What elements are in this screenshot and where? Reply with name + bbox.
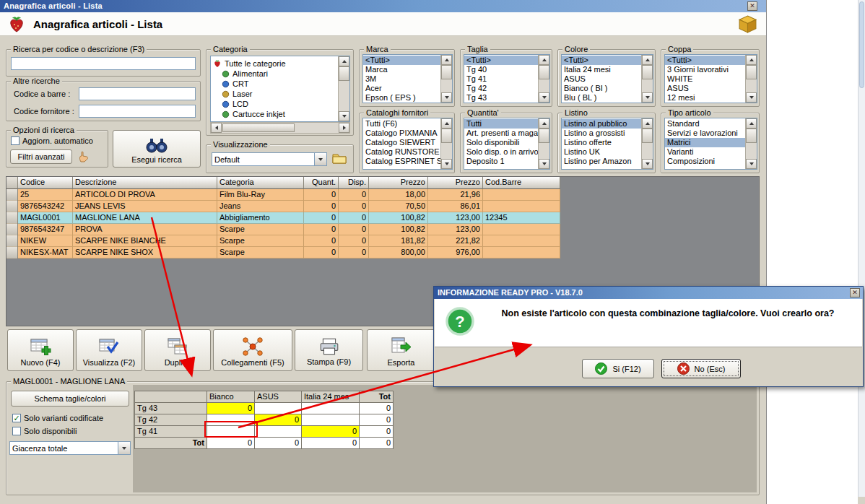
category-hscrollbar[interactable] <box>210 122 350 134</box>
row-selector[interactable] <box>6 201 18 212</box>
auto-update-checkbox-box[interactable] <box>11 136 19 145</box>
quantity-option[interactable]: Tutti <box>464 119 538 129</box>
scrollbar-thumb[interactable] <box>746 65 757 79</box>
size-option[interactable]: Tg 41 <box>464 74 538 84</box>
scroll-up-icon[interactable] <box>539 55 549 65</box>
scrollbar-thumb[interactable] <box>222 123 295 132</box>
solo-varianti-checkbox-box[interactable]: ✓ <box>12 414 21 422</box>
catalog-option[interactable]: Tutti (F6) <box>363 119 440 129</box>
coppa-scrollbar[interactable] <box>745 55 757 103</box>
coppa-option[interactable]: ASUS <box>665 84 745 93</box>
article-type-option[interactable]: Servizi e lavorazioni <box>665 129 745 138</box>
scroll-right-icon[interactable] <box>339 123 349 133</box>
brand-option[interactable]: 3M <box>363 74 440 84</box>
quantity-listbox[interactable]: Tutti Art. presenti a maga Solo disponib… <box>464 118 550 170</box>
row-selector[interactable] <box>6 235 18 247</box>
scroll-down-icon[interactable] <box>441 92 452 103</box>
scrollbar-thumb[interactable] <box>859 1 864 88</box>
giacenza-dropdown[interactable]: Giacenza totale <box>9 441 131 455</box>
view-dropdown[interactable]: Default <box>212 152 327 166</box>
pricelist-option[interactable]: Listino a grossisti <box>562 129 641 138</box>
col-disp[interactable]: Disp. <box>339 177 369 189</box>
row-selector[interactable] <box>6 224 18 235</box>
col-prezzo-2[interactable]: Prezzo <box>428 177 483 189</box>
col-codice[interactable]: Codice <box>18 177 73 189</box>
pricelist-option[interactable]: Listino per Amazon <box>562 157 641 166</box>
color-listbox[interactable]: <Tutti> Italia 24 mesi ASUS Bianco ( BI … <box>561 54 653 103</box>
category-item[interactable]: LCD <box>222 99 248 109</box>
chevron-down-icon[interactable] <box>118 442 130 454</box>
folder-icon[interactable] <box>331 152 347 165</box>
size-option[interactable]: Tg 42 <box>464 84 538 93</box>
auto-update-checkbox[interactable]: Aggiorn. automatico <box>11 136 93 145</box>
col-quant[interactable]: Quant. <box>304 177 339 189</box>
brand-option[interactable]: Acer <box>363 84 440 93</box>
color-option[interactable]: <Tutti> <box>562 56 641 65</box>
row-selector[interactable] <box>6 247 18 258</box>
page-scrollbar[interactable] <box>858 0 865 504</box>
matrix-cell[interactable]: 0 <box>207 403 255 414</box>
matrix-cell[interactable]: 0 <box>302 426 360 438</box>
pricelist-option[interactable]: Listino al pubblico <box>562 119 641 129</box>
new-button[interactable]: Nuovo (F4) <box>7 329 74 371</box>
table-row[interactable]: NIKESX-MAT SCARPE NIKE SHOX Scarpe 0 0 8… <box>6 247 759 258</box>
category-item[interactable]: Alimentari <box>222 69 268 79</box>
brand-option[interactable]: Epson ( EPS ) <box>363 93 440 103</box>
scroll-up-icon[interactable] <box>441 55 452 65</box>
catalog-option[interactable]: Catalogo SIEWERT <box>363 138 440 147</box>
catalog-option[interactable]: Catalog ESPRINET SPA <box>363 157 440 166</box>
coppa-option[interactable]: <Tutti> <box>665 56 745 65</box>
scroll-down-icon[interactable] <box>539 159 549 169</box>
scroll-down-icon[interactable] <box>642 159 653 169</box>
category-item[interactable]: Cartucce inkjet <box>222 109 285 119</box>
col-categoria[interactable]: Categoria <box>217 177 304 189</box>
scrollbar-thumb[interactable] <box>642 129 653 143</box>
category-vscrollbar[interactable] <box>338 56 349 121</box>
size-option[interactable]: Tg 43 <box>464 93 538 103</box>
coppa-listbox[interactable]: <Tutti> 3 Giorni lavorativi WHITE ASUS 1… <box>664 54 757 103</box>
coppa-option[interactable]: 12 mesi <box>665 93 745 103</box>
pricelist-option[interactable]: Listino UK <box>562 147 641 157</box>
export-button[interactable]: Esporta <box>367 329 435 371</box>
article-type-scrollbar[interactable] <box>745 118 757 169</box>
scroll-down-icon[interactable] <box>441 159 452 169</box>
brand-option[interactable]: <Tutti> <box>363 56 440 65</box>
table-row[interactable]: NIKEW SCARPE NIKE BIANCHE Scarpe 0 0 181… <box>6 235 759 247</box>
brand-scrollbar[interactable] <box>440 55 452 103</box>
supplier-catalogs-scrollbar[interactable] <box>440 118 452 169</box>
pricelist-listbox[interactable]: Listino al pubblico Listino a grossisti … <box>561 118 653 170</box>
catalog-option[interactable]: Catalog RUNSTORE <box>363 147 440 157</box>
quantity-option[interactable]: Solo disp. o in arrivo <box>464 147 538 157</box>
schema-taglie-colori-button[interactable]: Schema taglie/colori <box>11 391 129 407</box>
color-option[interactable]: ASUS <box>562 74 641 84</box>
table-row[interactable]: 9876543242 JEANS LEVIS Jeans 0 0 70,50 8… <box>6 201 759 212</box>
row-selector[interactable] <box>6 189 18 201</box>
article-type-listbox[interactable]: Standard Servizi e lavorazioni Matrici V… <box>664 118 757 170</box>
color-option[interactable]: Italia 24 mesi <box>562 65 641 74</box>
scroll-down-icon[interactable] <box>642 92 653 103</box>
search-input[interactable] <box>11 57 196 70</box>
scrollbar-thumb[interactable] <box>746 129 757 143</box>
article-type-option[interactable]: Composizioni <box>665 157 745 166</box>
pricelist-option[interactable]: Listino offerte <box>562 138 641 147</box>
coppa-option[interactable]: WHITE <box>665 74 745 84</box>
quantity-option[interactable]: Solo disponibili <box>464 138 538 147</box>
view-button[interactable]: Visualizza (F2) <box>76 329 142 371</box>
window-titlebar[interactable]: Anagrafica articoli - Lista ✕ <box>0 0 766 12</box>
scroll-up-icon[interactable] <box>339 56 349 66</box>
matrix-cell[interactable] <box>255 426 302 438</box>
solo-disponibili-checkbox[interactable]: Solo disponibili <box>12 427 77 435</box>
table-row-selected[interactable]: MAGL0001 MAGLIONE LANA Abbigliamento 0 0… <box>6 212 759 224</box>
size-listbox[interactable]: <Tutti> Tg 40 Tg 41 Tg 42 Tg 43 <box>464 54 550 103</box>
hand-icon[interactable] <box>77 150 90 163</box>
col-codbarre[interactable]: Cod.Barre <box>483 177 560 189</box>
scroll-up-icon[interactable] <box>642 118 653 129</box>
coppa-option[interactable]: 3 Giorni lavorativi <box>665 65 745 74</box>
article-type-option[interactable]: Matrici <box>665 138 745 147</box>
col-descrizione[interactable]: Descrizione <box>73 177 217 189</box>
quantity-option[interactable]: Art. presenti a maga <box>464 129 538 138</box>
close-icon[interactable]: ✕ <box>850 288 860 297</box>
size-option[interactable]: <Tutti> <box>464 56 538 65</box>
scroll-up-icon[interactable] <box>642 55 653 65</box>
scroll-down-icon[interactable] <box>746 92 757 103</box>
